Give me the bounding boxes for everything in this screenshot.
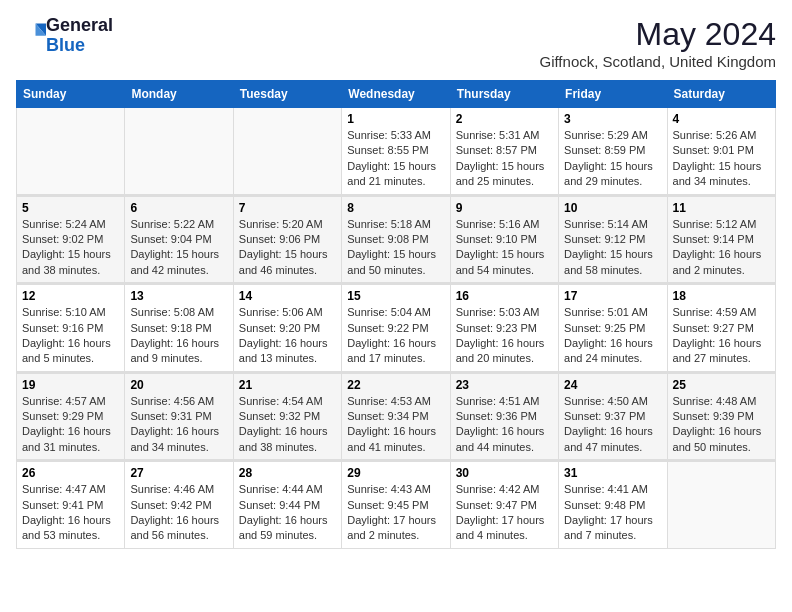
day-number: 29 bbox=[347, 466, 444, 480]
day-info: Sunrise: 4:48 AM Sunset: 9:39 PM Dayligh… bbox=[673, 394, 770, 456]
calendar-week-row: 1Sunrise: 5:33 AM Sunset: 8:55 PM Daylig… bbox=[17, 108, 776, 196]
day-info: Sunrise: 5:16 AM Sunset: 9:10 PM Dayligh… bbox=[456, 217, 553, 279]
day-info: Sunrise: 5:01 AM Sunset: 9:25 PM Dayligh… bbox=[564, 305, 661, 367]
day-info: Sunrise: 4:41 AM Sunset: 9:48 PM Dayligh… bbox=[564, 482, 661, 544]
calendar-cell: 22Sunrise: 4:53 AM Sunset: 9:34 PM Dayli… bbox=[342, 372, 450, 461]
day-number: 28 bbox=[239, 466, 336, 480]
day-info: Sunrise: 5:12 AM Sunset: 9:14 PM Dayligh… bbox=[673, 217, 770, 279]
calendar-cell: 23Sunrise: 4:51 AM Sunset: 9:36 PM Dayli… bbox=[450, 372, 558, 461]
column-header-wednesday: Wednesday bbox=[342, 81, 450, 108]
day-number: 7 bbox=[239, 201, 336, 215]
calendar-cell: 7Sunrise: 5:20 AM Sunset: 9:06 PM Daylig… bbox=[233, 195, 341, 284]
calendar-cell: 30Sunrise: 4:42 AM Sunset: 9:47 PM Dayli… bbox=[450, 461, 558, 549]
calendar-cell: 17Sunrise: 5:01 AM Sunset: 9:25 PM Dayli… bbox=[559, 284, 667, 373]
day-number: 3 bbox=[564, 112, 661, 126]
day-info: Sunrise: 5:10 AM Sunset: 9:16 PM Dayligh… bbox=[22, 305, 119, 367]
day-info: Sunrise: 4:51 AM Sunset: 9:36 PM Dayligh… bbox=[456, 394, 553, 456]
calendar-cell: 8Sunrise: 5:18 AM Sunset: 9:08 PM Daylig… bbox=[342, 195, 450, 284]
day-info: Sunrise: 5:14 AM Sunset: 9:12 PM Dayligh… bbox=[564, 217, 661, 279]
calendar-cell: 10Sunrise: 5:14 AM Sunset: 9:12 PM Dayli… bbox=[559, 195, 667, 284]
calendar-cell: 14Sunrise: 5:06 AM Sunset: 9:20 PM Dayli… bbox=[233, 284, 341, 373]
day-info: Sunrise: 4:50 AM Sunset: 9:37 PM Dayligh… bbox=[564, 394, 661, 456]
day-number: 21 bbox=[239, 378, 336, 392]
calendar-week-row: 12Sunrise: 5:10 AM Sunset: 9:16 PM Dayli… bbox=[17, 284, 776, 373]
calendar-week-row: 5Sunrise: 5:24 AM Sunset: 9:02 PM Daylig… bbox=[17, 195, 776, 284]
column-header-tuesday: Tuesday bbox=[233, 81, 341, 108]
calendar-cell: 20Sunrise: 4:56 AM Sunset: 9:31 PM Dayli… bbox=[125, 372, 233, 461]
title-block: May 2024 Giffnock, Scotland, United King… bbox=[539, 16, 776, 70]
day-info: Sunrise: 4:42 AM Sunset: 9:47 PM Dayligh… bbox=[456, 482, 553, 544]
day-info: Sunrise: 5:20 AM Sunset: 9:06 PM Dayligh… bbox=[239, 217, 336, 279]
day-number: 9 bbox=[456, 201, 553, 215]
day-number: 24 bbox=[564, 378, 661, 392]
calendar-cell: 21Sunrise: 4:54 AM Sunset: 9:32 PM Dayli… bbox=[233, 372, 341, 461]
location-subtitle: Giffnock, Scotland, United Kingdom bbox=[539, 53, 776, 70]
calendar-cell: 26Sunrise: 4:47 AM Sunset: 9:41 PM Dayli… bbox=[17, 461, 125, 549]
calendar-cell: 31Sunrise: 4:41 AM Sunset: 9:48 PM Dayli… bbox=[559, 461, 667, 549]
day-info: Sunrise: 4:56 AM Sunset: 9:31 PM Dayligh… bbox=[130, 394, 227, 456]
day-number: 13 bbox=[130, 289, 227, 303]
calendar-cell: 11Sunrise: 5:12 AM Sunset: 9:14 PM Dayli… bbox=[667, 195, 775, 284]
calendar-cell: 6Sunrise: 5:22 AM Sunset: 9:04 PM Daylig… bbox=[125, 195, 233, 284]
day-info: Sunrise: 5:22 AM Sunset: 9:04 PM Dayligh… bbox=[130, 217, 227, 279]
column-header-friday: Friday bbox=[559, 81, 667, 108]
day-info: Sunrise: 5:33 AM Sunset: 8:55 PM Dayligh… bbox=[347, 128, 444, 190]
day-number: 31 bbox=[564, 466, 661, 480]
calendar-cell: 13Sunrise: 5:08 AM Sunset: 9:18 PM Dayli… bbox=[125, 284, 233, 373]
column-header-monday: Monday bbox=[125, 81, 233, 108]
column-header-sunday: Sunday bbox=[17, 81, 125, 108]
day-info: Sunrise: 5:03 AM Sunset: 9:23 PM Dayligh… bbox=[456, 305, 553, 367]
calendar-cell: 29Sunrise: 4:43 AM Sunset: 9:45 PM Dayli… bbox=[342, 461, 450, 549]
day-info: Sunrise: 5:18 AM Sunset: 9:08 PM Dayligh… bbox=[347, 217, 444, 279]
day-number: 1 bbox=[347, 112, 444, 126]
calendar-cell: 1Sunrise: 5:33 AM Sunset: 8:55 PM Daylig… bbox=[342, 108, 450, 196]
logo-blue: Blue bbox=[46, 35, 85, 55]
day-number: 26 bbox=[22, 466, 119, 480]
calendar-cell: 18Sunrise: 4:59 AM Sunset: 9:27 PM Dayli… bbox=[667, 284, 775, 373]
calendar-cell bbox=[17, 108, 125, 196]
calendar-cell: 19Sunrise: 4:57 AM Sunset: 9:29 PM Dayli… bbox=[17, 372, 125, 461]
day-number: 20 bbox=[130, 378, 227, 392]
day-info: Sunrise: 5:31 AM Sunset: 8:57 PM Dayligh… bbox=[456, 128, 553, 190]
calendar-cell: 28Sunrise: 4:44 AM Sunset: 9:44 PM Dayli… bbox=[233, 461, 341, 549]
calendar-cell: 4Sunrise: 5:26 AM Sunset: 9:01 PM Daylig… bbox=[667, 108, 775, 196]
calendar-cell: 27Sunrise: 4:46 AM Sunset: 9:42 PM Dayli… bbox=[125, 461, 233, 549]
calendar-cell: 15Sunrise: 5:04 AM Sunset: 9:22 PM Dayli… bbox=[342, 284, 450, 373]
day-number: 22 bbox=[347, 378, 444, 392]
calendar-cell bbox=[233, 108, 341, 196]
logo-icon bbox=[18, 20, 46, 48]
calendar-cell: 9Sunrise: 5:16 AM Sunset: 9:10 PM Daylig… bbox=[450, 195, 558, 284]
day-number: 8 bbox=[347, 201, 444, 215]
day-info: Sunrise: 4:47 AM Sunset: 9:41 PM Dayligh… bbox=[22, 482, 119, 544]
calendar-cell: 5Sunrise: 5:24 AM Sunset: 9:02 PM Daylig… bbox=[17, 195, 125, 284]
day-number: 10 bbox=[564, 201, 661, 215]
day-number: 11 bbox=[673, 201, 770, 215]
day-number: 19 bbox=[22, 378, 119, 392]
day-number: 12 bbox=[22, 289, 119, 303]
day-number: 30 bbox=[456, 466, 553, 480]
logo-general: General bbox=[46, 15, 113, 35]
day-info: Sunrise: 5:29 AM Sunset: 8:59 PM Dayligh… bbox=[564, 128, 661, 190]
calendar-week-row: 26Sunrise: 4:47 AM Sunset: 9:41 PM Dayli… bbox=[17, 461, 776, 549]
column-header-saturday: Saturday bbox=[667, 81, 775, 108]
day-number: 6 bbox=[130, 201, 227, 215]
day-number: 2 bbox=[456, 112, 553, 126]
day-number: 18 bbox=[673, 289, 770, 303]
day-number: 4 bbox=[673, 112, 770, 126]
day-number: 25 bbox=[673, 378, 770, 392]
day-number: 14 bbox=[239, 289, 336, 303]
calendar-cell: 25Sunrise: 4:48 AM Sunset: 9:39 PM Dayli… bbox=[667, 372, 775, 461]
day-info: Sunrise: 4:46 AM Sunset: 9:42 PM Dayligh… bbox=[130, 482, 227, 544]
day-info: Sunrise: 4:43 AM Sunset: 9:45 PM Dayligh… bbox=[347, 482, 444, 544]
calendar-cell: 12Sunrise: 5:10 AM Sunset: 9:16 PM Dayli… bbox=[17, 284, 125, 373]
calendar-cell bbox=[125, 108, 233, 196]
day-info: Sunrise: 4:44 AM Sunset: 9:44 PM Dayligh… bbox=[239, 482, 336, 544]
logo-text: General Blue bbox=[46, 16, 113, 56]
page-header: General Blue May 2024 Giffnock, Scotland… bbox=[16, 16, 776, 70]
day-number: 5 bbox=[22, 201, 119, 215]
calendar-cell: 24Sunrise: 4:50 AM Sunset: 9:37 PM Dayli… bbox=[559, 372, 667, 461]
calendar-cell bbox=[667, 461, 775, 549]
calendar-cell: 16Sunrise: 5:03 AM Sunset: 9:23 PM Dayli… bbox=[450, 284, 558, 373]
calendar-table: SundayMondayTuesdayWednesdayThursdayFrid… bbox=[16, 80, 776, 549]
day-number: 23 bbox=[456, 378, 553, 392]
